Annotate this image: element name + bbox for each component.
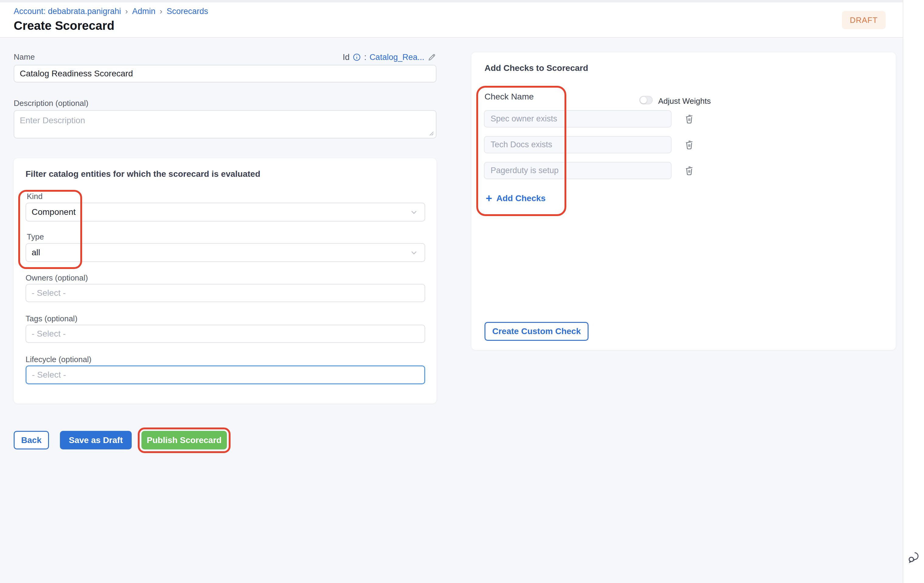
- breadcrumb-admin-link[interactable]: Admin: [132, 7, 155, 16]
- kind-select[interactable]: Component: [26, 203, 425, 221]
- trash-icon: [684, 165, 695, 176]
- back-button[interactable]: Back: [14, 431, 49, 449]
- chat-bubbles-icon: [906, 550, 921, 565]
- tags-select[interactable]: - Select -: [26, 325, 425, 343]
- kind-label: Kind: [27, 192, 43, 201]
- create-scorecard-page: Account: debabrata.panigrahi › Admin › S…: [0, 0, 924, 583]
- type-select[interactable]: all: [26, 243, 425, 262]
- description-textarea[interactable]: [14, 110, 436, 139]
- add-checks-heading: Add Checks to Scorecard: [485, 63, 588, 73]
- name-input[interactable]: [14, 65, 436, 83]
- create-custom-check-label: Create Custom Check: [492, 327, 581, 336]
- delete-check-button[interactable]: [684, 139, 695, 150]
- name-label: Name: [14, 52, 35, 62]
- trash-icon: [684, 113, 695, 124]
- add-checks-label: Add Checks: [497, 193, 546, 203]
- owners-select[interactable]: - Select -: [26, 284, 425, 302]
- pencil-icon: [427, 53, 436, 62]
- lifecycle-label: Lifecycle (optional): [26, 355, 92, 364]
- owners-label: Owners (optional): [26, 273, 88, 283]
- lifecycle-select[interactable]: - Select -: [26, 365, 425, 384]
- edit-id-button[interactable]: [427, 53, 436, 62]
- save-as-draft-label: Save as Draft: [69, 435, 122, 445]
- tags-label: Tags (optional): [26, 314, 78, 324]
- id-value-link[interactable]: Catalog_Rea...: [370, 53, 424, 62]
- right-rail: [903, 0, 924, 583]
- adjust-weights-label: Adjust Weights: [658, 96, 711, 106]
- info-icon: [353, 53, 361, 61]
- type-label: Type: [27, 232, 44, 241]
- id-row: Id : Catalog_Rea...: [318, 51, 436, 63]
- status-badge: DRAFT: [842, 11, 886, 29]
- page-title: Create Scorecard: [14, 19, 114, 33]
- kind-select-value: Component: [31, 207, 76, 217]
- trash-icon: [684, 139, 695, 150]
- chat-widget-button[interactable]: [906, 550, 921, 565]
- type-select-value: all: [31, 248, 40, 258]
- delete-check-button[interactable]: [684, 164, 695, 177]
- lifecycle-select-placeholder: - Select -: [32, 370, 66, 380]
- breadcrumb-account-link[interactable]: Account: debabrata.panigrahi: [14, 7, 121, 16]
- create-custom-check-button[interactable]: Create Custom Check: [485, 322, 589, 341]
- plus-icon: +: [486, 194, 492, 203]
- chevron-down-icon: [409, 248, 419, 257]
- check-name-column-header: Check Name: [485, 92, 534, 102]
- tags-select-placeholder: - Select -: [31, 329, 66, 339]
- breadcrumb: Account: debabrata.panigrahi › Admin › S…: [14, 7, 208, 16]
- check-name-field[interactable]: [484, 162, 672, 179]
- description-label: Description (optional): [14, 99, 89, 108]
- breadcrumb-separator: ›: [155, 7, 167, 16]
- check-name-field[interactable]: [484, 136, 672, 154]
- owners-select-placeholder: - Select -: [31, 288, 66, 298]
- delete-check-button[interactable]: [684, 112, 695, 125]
- add-checks-button[interactable]: + Add Checks: [486, 193, 546, 203]
- toggle-knob: [640, 97, 647, 104]
- id-colon: :: [364, 53, 366, 62]
- filter-section-heading: Filter catalog entities for which the sc…: [26, 169, 421, 179]
- back-button-label: Back: [21, 435, 42, 445]
- breadcrumb-scorecards-link[interactable]: Scorecards: [167, 7, 208, 16]
- breadcrumb-separator: ›: [121, 7, 132, 16]
- chevron-down-icon: [409, 208, 419, 216]
- save-as-draft-button[interactable]: Save as Draft: [60, 431, 132, 449]
- check-name-field[interactable]: [484, 110, 672, 127]
- publish-scorecard-label: Publish Scorecard: [147, 435, 222, 445]
- id-info-button[interactable]: [353, 53, 361, 61]
- id-label: Id: [343, 53, 350, 62]
- adjust-weights-toggle[interactable]: [639, 96, 653, 104]
- publish-scorecard-button[interactable]: Publish Scorecard: [142, 431, 227, 449]
- window-top-strip: [0, 0, 924, 2]
